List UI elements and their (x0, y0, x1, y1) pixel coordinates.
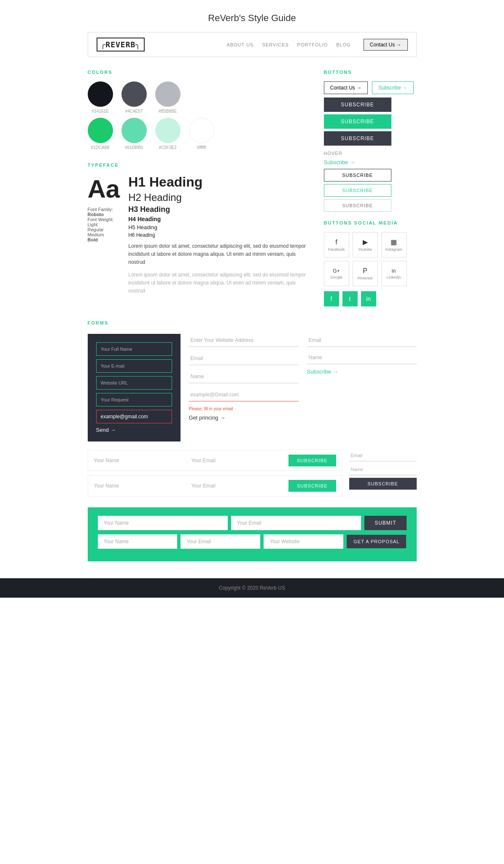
dark-colors-row: #14161E #4C4E57 #B5B8BE (88, 81, 307, 114)
pinterest-label: Pinterest (358, 276, 373, 280)
social-facebook-btn[interactable]: f Facebook (324, 232, 349, 257)
google-icon: G+ (333, 268, 340, 274)
social-pinterest-btn[interactable]: P Pinterest (353, 261, 378, 286)
green-form-row-2: GET A PROPOSAL (98, 534, 407, 549)
forms-title: FORMS (88, 320, 417, 325)
error-message: Please, fill in your email (189, 406, 299, 411)
social-grid: f Facebook ▶ Youtube ▦ Instagram G+ Goog… (324, 232, 417, 286)
newsletter-row-1: SUBSCRIBE (88, 450, 342, 471)
subscribe-dark2-button[interactable]: SUBSCRIBE (324, 131, 391, 146)
newsletter-subscribe-btn-2[interactable]: SUBSCRIBE (288, 480, 336, 492)
nav-portfolio[interactable]: PORTFOLIO (297, 42, 328, 47)
youtube-icon: ▶ (363, 238, 368, 246)
color-circle-green1 (88, 118, 113, 143)
body-text-light: Lorem ipsum dolor sit amet, consectetur … (128, 271, 307, 295)
h4-heading: H4 Heading (128, 216, 307, 222)
logo-text: ╭REVERB╮ (101, 40, 141, 49)
social-instagram-btn[interactable]: ▦ Instagram (381, 232, 407, 257)
font-weight-medium: Medium (88, 232, 120, 237)
dark-form-email[interactable] (96, 359, 172, 373)
nav-blog[interactable]: BLOG (336, 42, 351, 47)
colors-section: COLORS #14161E #4C4E57 #B5B8BE (88, 70, 307, 150)
small-right-name[interactable] (349, 464, 417, 475)
forms-section: FORMS Send → Please, fill in your email … (88, 320, 417, 561)
facebook-icon: f (335, 238, 337, 246)
newsletter-email-2[interactable] (191, 483, 288, 489)
dark-form-fullname[interactable] (96, 342, 172, 356)
dark-form-website[interactable] (96, 376, 172, 390)
buttons-section: BUTTONS Contact Us → Subscribe → SUBSCRI… (324, 70, 417, 212)
subscribe-dark-button[interactable]: SUBSCRIBE (324, 98, 391, 112)
color-swatch-3: #B5B8BE (155, 81, 181, 114)
nav-contact-button[interactable]: Contact Us → (364, 39, 408, 51)
light-form-website[interactable] (189, 334, 299, 347)
color-label-1: #14161E (88, 109, 113, 114)
hover-btn-outline-green[interactable]: SUBSCRIBE (324, 184, 391, 197)
contact-us-outline-button[interactable]: Contact Us → (324, 81, 368, 94)
color-label-3: #B5B8BE (155, 109, 181, 114)
green-form-name-1[interactable] (98, 516, 228, 530)
dark-form-email-error[interactable] (96, 410, 172, 423)
green-colors-row: #1DCA6B #61DBB0 #C5F3E2 #ffffff (88, 118, 307, 150)
page-title: ReVerb's Style Guide (0, 0, 504, 32)
newsletter-forms-col: SUBSCRIBE SUBSCRIBE (88, 450, 342, 501)
green-form-email-2[interactable] (181, 534, 260, 549)
social-solid-facebook[interactable]: f (324, 291, 339, 306)
small-right-subscribe-btn[interactable]: SUBSCRIBE (349, 478, 417, 490)
nav-services[interactable]: SERVICES (262, 42, 288, 47)
left-column: COLORS #14161E #4C4E57 #B5B8BE (88, 70, 307, 308)
body-text-dark: Lorem ipsum dolor sit amet, consectetur … (128, 242, 307, 267)
submit-button[interactable]: SUBMIT (364, 516, 406, 530)
light-form-email-error[interactable] (189, 388, 299, 401)
h2-heading: H2 Heading (128, 192, 307, 203)
social-google-btn[interactable]: G+ Google (324, 261, 349, 286)
green-form-website-2[interactable] (264, 534, 343, 549)
color-label-4: #1DCA6B (88, 145, 113, 150)
green-form-email-1[interactable] (231, 516, 361, 530)
dark-form: Send → (88, 334, 181, 441)
color-label-5: #61DBB0 (121, 145, 147, 150)
newsletter-subscribe-btn-1[interactable]: SUBSCRIBE (288, 455, 336, 466)
subscribe-form-name[interactable] (307, 351, 417, 364)
nav-links: ABOUT US SERVICES PORTFOLIO BLOG (226, 42, 350, 47)
hover-subscribe-link[interactable]: Subscribe → (324, 159, 417, 165)
color-label-7: #ffffff (189, 145, 214, 150)
subscribe-green-button[interactable]: SUBSCRIBE (324, 114, 391, 129)
get-proposal-button[interactable]: GET A PROPOSAL (347, 535, 406, 548)
typeface-section: TYPEFACE Aa Font Family: Roboto Font Wei… (88, 163, 307, 295)
social-solid-twitter[interactable]: t (342, 291, 358, 306)
subscribe-form-email[interactable] (307, 334, 417, 347)
social-solid-linkedin[interactable]: in (361, 291, 376, 306)
newsletter-name-2[interactable] (94, 483, 191, 489)
light-form-email[interactable] (189, 352, 299, 365)
small-right-email[interactable] (349, 450, 417, 461)
color-swatch-4: #1DCA6B (88, 118, 113, 150)
typeface-inner: Aa Font Family: Roboto Font Weight: Ligh… (88, 174, 307, 295)
get-pricing-link[interactable]: Get princing → (189, 414, 299, 421)
subscribe-link-button[interactable]: Subscribe → (372, 81, 414, 94)
dark-form-send-button[interactable]: Send → (96, 427, 116, 433)
facebook-label: Facebook (328, 247, 345, 252)
social-linkedin-btn[interactable]: in Linkedin (381, 261, 407, 286)
subscribe-form-cta[interactable]: Subscribe → (307, 368, 417, 375)
newsletter-name-1[interactable] (94, 458, 191, 463)
linkedin-label: Linkedin (387, 275, 401, 279)
social-youtube-btn[interactable]: ▶ Youtube (353, 232, 378, 257)
green-form-section: SUBMIT GET A PROPOSAL (88, 507, 417, 561)
green-form-row-1: SUBMIT (98, 516, 407, 530)
hover-btn-outline-light[interactable]: SUBSCRIBE (324, 199, 391, 212)
h1-heading: H1 Heading (128, 174, 307, 190)
hover-subscribe-text: Subscribe → (324, 159, 355, 165)
green-form-name-2[interactable] (98, 534, 178, 549)
hover-btn-outline-dark[interactable]: SUBSCRIBE (324, 169, 391, 181)
footer-text: Copyright © 2020 ReVerb US (219, 585, 285, 591)
font-weight-regular: Regular (88, 227, 120, 232)
social-solid-row: f t in (324, 291, 417, 306)
dark-form-request[interactable] (96, 393, 172, 406)
light-form-name[interactable] (189, 370, 299, 383)
small-right-form: SUBSCRIBE (349, 450, 417, 501)
newsletter-email-1[interactable] (191, 458, 288, 463)
forms-top-row: Send → Please, fill in your email Get pr… (88, 334, 417, 441)
nav-about[interactable]: ABOUT US (226, 42, 253, 47)
colors-title: COLORS (88, 70, 307, 75)
